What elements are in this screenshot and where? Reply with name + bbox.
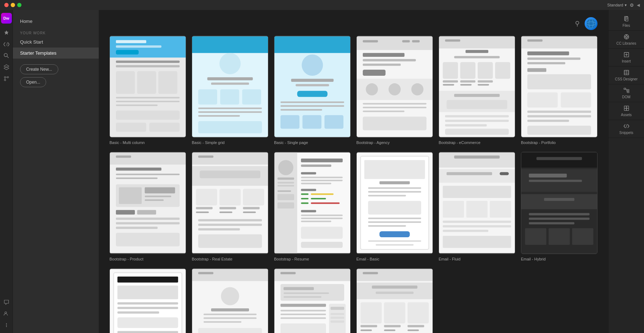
svg-point-64 bbox=[389, 83, 401, 95]
standard-dropdown[interactable]: Standard ▾ bbox=[607, 3, 627, 8]
svg-rect-203 bbox=[521, 194, 597, 209]
svg-point-288 bbox=[625, 36, 627, 38]
svg-rect-147 bbox=[277, 190, 291, 192]
svg-rect-20 bbox=[116, 71, 135, 94]
nav-quick-start[interactable]: Quick Start bbox=[13, 36, 99, 48]
svg-rect-46 bbox=[297, 91, 328, 97]
template-thumb-bs-resume bbox=[274, 152, 351, 254]
sidebar-icon-git[interactable] bbox=[1, 74, 11, 84]
svg-rect-15 bbox=[116, 40, 146, 43]
svg-rect-99 bbox=[527, 74, 591, 89]
svg-rect-103 bbox=[527, 115, 591, 117]
template-card-email-hybrid[interactable]: Email - Hybrid bbox=[521, 152, 597, 261]
template-thumb-basic-multi bbox=[109, 36, 186, 138]
svg-rect-36 bbox=[242, 89, 261, 104]
svg-rect-40 bbox=[198, 121, 262, 133]
svg-rect-264 bbox=[372, 285, 417, 288]
svg-rect-148 bbox=[277, 194, 294, 200]
svg-rect-90 bbox=[445, 124, 487, 126]
avatar[interactable] bbox=[585, 17, 597, 30]
svg-point-65 bbox=[411, 83, 424, 95]
svg-rect-66 bbox=[363, 103, 426, 104]
sidebar-icon-users[interactable] bbox=[1, 309, 11, 319]
template-card-email-fluid[interactable]: Email - Fluid bbox=[439, 152, 515, 261]
sidebar-icon-chat[interactable] bbox=[1, 297, 11, 307]
template-card-resp-ecomm[interactable]: Responsive - eCommerce bbox=[356, 268, 433, 333]
svg-rect-87 bbox=[447, 100, 507, 109]
settings-icon[interactable]: ⚙ bbox=[630, 3, 634, 8]
template-label-bs-ecommerce: Bootstrap - eCommerce bbox=[439, 140, 515, 145]
svg-rect-111 bbox=[116, 178, 158, 179]
svg-rect-151 bbox=[301, 165, 331, 167]
right-panel-insert[interactable]: Insert bbox=[609, 49, 644, 66]
svg-rect-298 bbox=[627, 89, 629, 91]
svg-rect-110 bbox=[116, 174, 180, 175]
svg-rect-104 bbox=[527, 120, 569, 122]
svg-rect-16 bbox=[116, 45, 161, 48]
nav-home[interactable]: Home bbox=[13, 16, 99, 27]
sidebar-icon-pin[interactable] bbox=[1, 28, 11, 38]
right-panel-cc-libraries[interactable]: CC Libraries bbox=[609, 31, 644, 49]
template-card-bs-agency[interactable]: Bootstrap - Agency bbox=[356, 36, 433, 145]
create-new-button[interactable]: Create New... bbox=[20, 64, 58, 74]
sidebar-icon-code[interactable] bbox=[1, 39, 11, 49]
maximize-button[interactable] bbox=[17, 3, 21, 7]
search-button[interactable]: ⚲ bbox=[575, 20, 580, 28]
template-card-basic-simple[interactable]: Basic - Simple grid bbox=[192, 36, 268, 145]
svg-rect-269 bbox=[361, 325, 377, 327]
template-card-bs-product[interactable]: Bootstrap - Product bbox=[109, 152, 186, 261]
right-panel-dom[interactable]: DOM bbox=[609, 84, 644, 102]
template-card-email-basic[interactable]: Email - Basic bbox=[356, 152, 433, 261]
svg-rect-161 bbox=[301, 203, 308, 204]
svg-rect-166 bbox=[301, 221, 331, 222]
svg-rect-76 bbox=[460, 62, 475, 79]
nav-starter-templates[interactable]: Starter Templates bbox=[13, 48, 99, 59]
svg-rect-84 bbox=[478, 84, 489, 85]
template-card-bs-realestate[interactable]: Bootstrap - Real Estate bbox=[192, 152, 268, 261]
template-thumb-bs-product bbox=[109, 152, 186, 254]
sidebar-icon-search[interactable] bbox=[1, 51, 11, 61]
svg-rect-165 bbox=[301, 218, 343, 219]
svg-rect-168 bbox=[301, 242, 343, 248]
svg-rect-256 bbox=[331, 307, 344, 309]
svg-rect-159 bbox=[301, 198, 308, 199]
svg-rect-163 bbox=[301, 210, 316, 212]
template-thumb-basic-single bbox=[274, 36, 351, 138]
template-card-resp-blog[interactable]: Responsive - Blog post bbox=[274, 268, 351, 333]
right-panel-snippets[interactable]: Snippets bbox=[609, 120, 644, 138]
svg-rect-131 bbox=[196, 207, 213, 209]
svg-rect-155 bbox=[301, 183, 331, 184]
right-panel-css-designer[interactable]: CSS Designer bbox=[609, 66, 644, 84]
expand-icon[interactable]: ◀ bbox=[637, 3, 640, 8]
snippets-label: Snippets bbox=[619, 131, 633, 135]
sidebar-icon-layers[interactable] bbox=[1, 62, 11, 72]
template-card-resp-about[interactable]: Responsive - About page bbox=[192, 268, 268, 333]
right-panel-files[interactable]: Files bbox=[609, 13, 644, 31]
template-card-basic-multi[interactable]: Basic - Multi column bbox=[109, 36, 186, 145]
svg-rect-273 bbox=[408, 325, 424, 327]
template-card-basic-single[interactable]: Basic - Single page bbox=[274, 36, 351, 145]
right-panel-assets[interactable]: Assets bbox=[609, 102, 644, 120]
svg-rect-61 bbox=[363, 70, 386, 76]
sidebar-icon-more[interactable] bbox=[1, 320, 11, 330]
open-button[interactable]: Open... bbox=[20, 77, 46, 87]
template-card-bs-resume[interactable]: Bootstrap - Resume bbox=[274, 152, 351, 261]
template-label-email-hybrid: Email - Hybrid bbox=[521, 257, 597, 261]
svg-rect-177 bbox=[368, 218, 421, 219]
close-button[interactable] bbox=[4, 3, 9, 7]
svg-rect-80 bbox=[443, 84, 454, 85]
svg-rect-202 bbox=[529, 180, 582, 182]
svg-rect-164 bbox=[301, 215, 343, 216]
svg-rect-56 bbox=[402, 40, 410, 42]
svg-rect-114 bbox=[145, 188, 175, 194]
template-card-bs-ecommerce[interactable]: Bootstrap - eCommerce bbox=[439, 36, 515, 145]
minimize-button[interactable] bbox=[11, 3, 15, 7]
svg-rect-116 bbox=[145, 199, 164, 201]
svg-rect-149 bbox=[277, 203, 294, 209]
svg-rect-304 bbox=[624, 108, 626, 110]
template-card-bs-portfolio[interactable]: Bootstrap - Portfolio bbox=[521, 36, 597, 145]
template-card-email-resp[interactable]: Email - Responsive bbox=[109, 268, 186, 333]
svg-rect-268 bbox=[408, 302, 429, 323]
svg-rect-156 bbox=[301, 189, 316, 191]
template-label-bs-portfolio: Bootstrap - Portfolio bbox=[521, 140, 597, 145]
